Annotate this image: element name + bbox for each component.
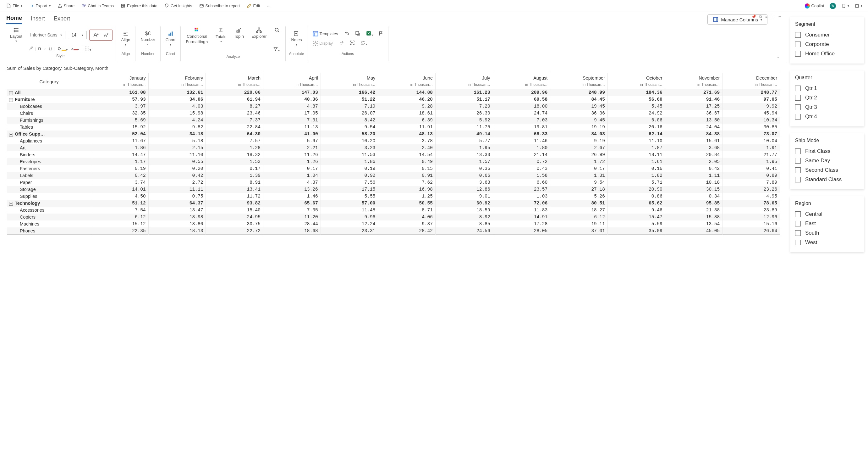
month-header[interactable]: September	[550, 73, 608, 82]
data-cell[interactable]: 2.05	[665, 158, 722, 165]
data-cell[interactable]: 0.34	[665, 193, 722, 200]
data-cell[interactable]: 0.42	[91, 172, 149, 179]
table-row[interactable]: −Furniture57.9334.0661.9440.3651.2246.20…	[7, 96, 780, 103]
data-cell[interactable]: 2.15	[148, 144, 206, 151]
data-cell[interactable]: 14.01	[91, 186, 149, 193]
data-cell[interactable]: 64.37	[148, 200, 206, 207]
data-cell[interactable]: 21.38	[665, 207, 722, 213]
data-cell[interactable]: 24.56	[435, 227, 493, 235]
table-row[interactable]: Art1.862.151.282.213.232.401.951.802.671…	[7, 144, 780, 151]
data-cell[interactable]: 23.89	[722, 207, 780, 213]
data-cell[interactable]: 15.88	[665, 213, 722, 221]
data-cell[interactable]: 18.61	[378, 110, 436, 117]
data-cell[interactable]: 64.30	[206, 131, 264, 138]
data-cell[interactable]: 78.65	[722, 200, 780, 207]
table-row[interactable]: Phones22.3518.1322.7218.6823.3128.4224.5…	[7, 227, 780, 235]
format-painter-button[interactable]	[27, 45, 35, 53]
table-row[interactable]: Appliances11.675.187.575.9710.203.785.77…	[7, 138, 780, 144]
data-cell[interactable]: 49.14	[435, 131, 493, 138]
data-cell[interactable]: 1.26	[264, 158, 321, 165]
checkbox-icon[interactable]	[795, 148, 801, 154]
data-cell[interactable]: 10.20	[320, 138, 378, 144]
filter-option[interactable]: Qtr 4	[795, 112, 859, 121]
data-cell[interactable]: 28.44	[264, 221, 321, 227]
data-cell[interactable]: 0.86	[608, 193, 665, 200]
collapse-icon[interactable]: −	[9, 98, 13, 102]
autofit-button[interactable]	[348, 40, 356, 47]
data-cell[interactable]: 184.36	[608, 89, 665, 96]
data-cell[interactable]: 18.11	[608, 151, 665, 158]
file-menu[interactable]: File▾	[4, 2, 25, 9]
data-cell[interactable]: 10.04	[722, 138, 780, 144]
data-cell[interactable]: 15.16	[722, 221, 780, 227]
decrease-font-button[interactable]: A▾	[102, 32, 110, 38]
data-cell[interactable]: 7.35	[264, 207, 321, 213]
row-label[interactable]: Labels	[7, 172, 91, 179]
data-cell[interactable]: 13.50	[665, 117, 722, 123]
data-cell[interactable]: 0.49	[378, 158, 436, 165]
data-cell[interactable]: 0.17	[206, 165, 264, 172]
data-cell[interactable]: 11.26	[264, 151, 321, 158]
filter-option[interactable]: Same Day	[795, 156, 859, 166]
data-cell[interactable]: 220.06	[206, 89, 264, 96]
data-cell[interactable]: 11.72	[206, 193, 264, 200]
filter-option[interactable]: Standard Class	[795, 175, 859, 184]
subscribe-button[interactable]: Subscribe to report	[197, 2, 243, 9]
row-label[interactable]: Phones	[7, 227, 91, 235]
data-cell[interactable]: 5.92	[435, 117, 493, 123]
filter-option[interactable]: Qtr 3	[795, 103, 859, 112]
data-cell[interactable]: 24.04	[665, 123, 722, 131]
data-cell[interactable]: 3.23	[320, 144, 378, 151]
data-cell[interactable]: 0.19	[320, 165, 378, 172]
tab-export[interactable]: Export	[54, 16, 70, 24]
data-cell[interactable]: 18.13	[148, 227, 206, 235]
month-header[interactable]: January	[91, 73, 149, 82]
data-cell[interactable]: 95.85	[665, 200, 722, 207]
data-cell[interactable]: 7.54	[91, 207, 149, 213]
data-cell[interactable]: 17.28	[493, 221, 550, 227]
data-cell[interactable]: 1.80	[493, 144, 550, 151]
checkbox-icon[interactable]	[795, 105, 801, 110]
data-cell[interactable]: 8.92	[435, 213, 493, 221]
data-cell[interactable]: 18.68	[264, 227, 321, 235]
month-header[interactable]: December	[722, 73, 780, 82]
data-cell[interactable]: 17.15	[320, 186, 378, 193]
data-cell[interactable]: 9.82	[148, 123, 206, 131]
row-label[interactable]: Chairs	[7, 110, 91, 117]
data-cell[interactable]: 23.31	[320, 227, 378, 235]
month-header[interactable]: June	[378, 73, 436, 82]
data-cell[interactable]: 72.06	[493, 200, 550, 207]
conditional-formatting-button[interactable]: ConditionalFormatting ▾	[184, 26, 210, 45]
data-cell[interactable]: 45.94	[722, 110, 780, 117]
data-cell[interactable]: 3.74	[91, 179, 149, 186]
row-label[interactable]: Storage	[7, 186, 91, 193]
data-cell[interactable]: 14.91	[493, 213, 550, 221]
data-cell[interactable]: 5.18	[148, 138, 206, 144]
data-cell[interactable]: 7.20	[435, 103, 493, 110]
data-cell[interactable]: 12.24	[320, 221, 378, 227]
data-cell[interactable]: 7.03	[493, 117, 550, 123]
italic-button[interactable]: I	[43, 46, 47, 52]
data-cell[interactable]: 5.59	[608, 221, 665, 227]
increase-font-button[interactable]: A▴	[92, 31, 100, 39]
data-cell[interactable]: 21.14	[493, 151, 550, 158]
table-row[interactable]: Labels0.420.421.391.040.920.910.661.581.…	[7, 172, 780, 179]
data-cell[interactable]: 23.57	[493, 186, 550, 193]
data-cell[interactable]: 0.66	[435, 172, 493, 179]
data-cell[interactable]: 11.46	[493, 138, 550, 144]
data-cell[interactable]: 28.42	[378, 227, 436, 235]
table-row[interactable]: Chairs32.3515.9823.4617.0526.0718.6126.3…	[7, 110, 780, 117]
data-cell[interactable]: 26.30	[435, 110, 493, 117]
data-cell[interactable]: 1.17	[91, 158, 149, 165]
data-cell[interactable]: 0.16	[608, 165, 665, 172]
month-header[interactable]: October	[608, 73, 665, 82]
data-cell[interactable]: 41.00	[264, 131, 321, 138]
data-cell[interactable]: 7.57	[206, 138, 264, 144]
table-row[interactable]: −All161.08132.61220.06147.03166.42144.88…	[7, 89, 780, 96]
data-cell[interactable]: 13.33	[435, 151, 493, 158]
data-cell[interactable]: 1.31	[550, 172, 608, 179]
explore-data-button[interactable]: Explore this data	[118, 2, 160, 9]
data-cell[interactable]: 12.96	[722, 213, 780, 221]
data-cell[interactable]: 56.60	[608, 96, 665, 103]
data-cell[interactable]: 4.37	[264, 179, 321, 186]
